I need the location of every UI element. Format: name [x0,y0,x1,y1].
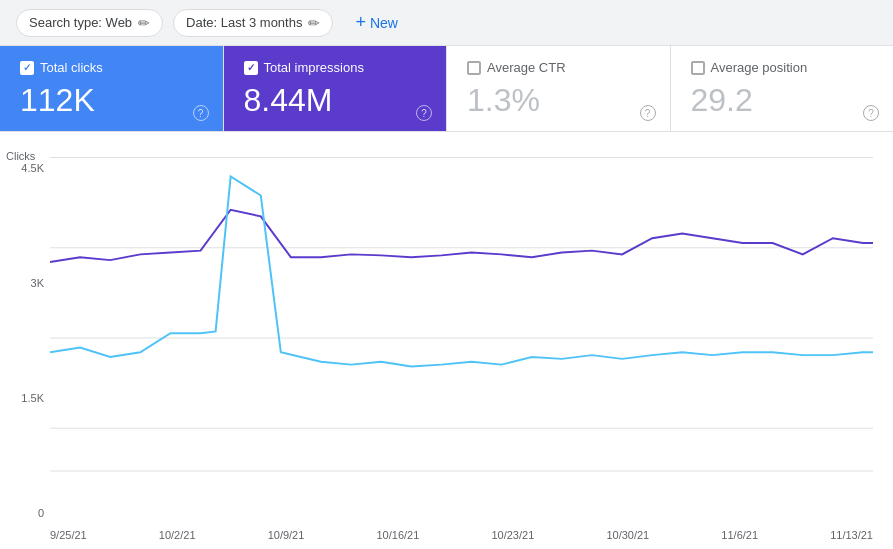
metric-header-position: Average position [691,60,874,75]
clicks-label: Total clicks [40,60,103,75]
position-label: Average position [711,60,808,75]
x-label-1: 10/2/21 [159,529,196,541]
impressions-line [50,210,873,262]
clicks-help-icon[interactable]: ? [193,105,209,121]
y-label-1500: 1.5K [6,392,44,404]
impressions-value: 8.44M [244,81,427,119]
clicks-value: 112K [20,81,203,119]
metric-header-ctr: Average CTR [467,60,650,75]
x-label-2: 10/9/21 [268,529,305,541]
date-label: Date: Last 3 months [186,15,302,30]
date-filter[interactable]: Date: Last 3 months ✏ [173,9,333,37]
metric-header-clicks: ✓ Total clicks [20,60,203,75]
x-label-5: 10/30/21 [606,529,649,541]
x-label-3: 10/16/21 [376,529,419,541]
ctr-value: 1.3% [467,81,650,119]
y-axis-labels: 4.5K 3K 1.5K 0 [6,162,44,519]
search-type-edit-icon: ✏ [138,15,150,31]
y-label-0: 0 [6,507,44,519]
search-type-label: Search type: Web [29,15,132,30]
metric-card-average-position[interactable]: Average position 29.2 ? [671,46,894,131]
date-edit-icon: ✏ [308,15,320,31]
chart-svg [50,148,873,509]
plus-icon: + [355,12,366,33]
x-label-0: 9/25/21 [50,529,87,541]
metric-card-total-impressions[interactable]: ✓ Total impressions 8.44M ? [224,46,448,131]
position-value: 29.2 [691,81,874,119]
chart-area: Clicks 4.5K 3K 1.5K 0 9/25/21 10/2/21 10… [0,132,893,549]
metric-card-total-clicks[interactable]: ✓ Total clicks 112K ? [0,46,224,131]
ctr-label: Average CTR [487,60,566,75]
position-checkbox[interactable] [691,61,705,75]
position-help-icon[interactable]: ? [863,105,879,121]
top-bar: Search type: Web ✏ Date: Last 3 months ✏… [0,0,893,46]
x-label-7: 11/13/21 [830,529,873,541]
new-label: New [370,15,398,31]
new-button[interactable]: + New [347,7,406,38]
impressions-checkbox[interactable]: ✓ [244,61,258,75]
x-label-4: 10/23/21 [491,529,534,541]
x-axis-labels: 9/25/21 10/2/21 10/9/21 10/16/21 10/23/2… [50,529,873,541]
search-type-filter[interactable]: Search type: Web ✏ [16,9,163,37]
impressions-label: Total impressions [264,60,364,75]
clicks-checkbox[interactable]: ✓ [20,61,34,75]
y-axis-label: Clicks [6,150,35,162]
y-label-4500: 4.5K [6,162,44,174]
y-label-3000: 3K [6,277,44,289]
metric-header-impressions: ✓ Total impressions [244,60,427,75]
metrics-row: ✓ Total clicks 112K ? ✓ Total impression… [0,46,893,132]
x-label-6: 11/6/21 [721,529,758,541]
impressions-help-icon[interactable]: ? [416,105,432,121]
ctr-help-icon[interactable]: ? [640,105,656,121]
metric-card-average-ctr[interactable]: Average CTR 1.3% ? [447,46,671,131]
ctr-checkbox[interactable] [467,61,481,75]
